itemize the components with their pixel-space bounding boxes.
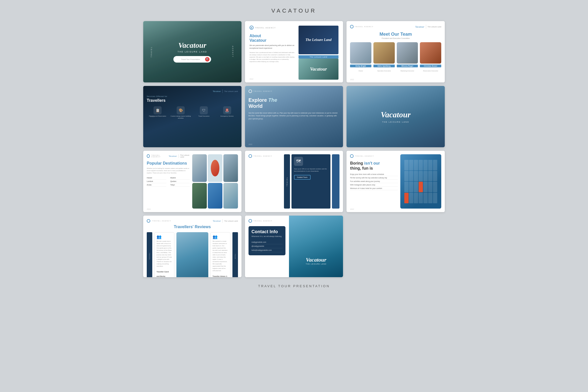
- slide-tours: TRAVEL AGENCY Guided Tours TRAVEL 🗺 Save…: [245, 151, 343, 212]
- cal-cell: [409, 160, 413, 170]
- cal-cell: [423, 193, 428, 203]
- reviews-side-text-left: TRAVEL: [149, 253, 150, 260]
- reviews-row: TRAVEL 👥 We did a week trip to Spain wit…: [147, 232, 238, 277]
- cal-cell: [419, 160, 423, 170]
- contact-email: hello@reallygreatsite.com: [252, 248, 283, 252]
- cal-cell: [409, 171, 413, 181]
- cal-cell: [433, 182, 437, 192]
- hero-tagline: The Leisure Land: [173, 51, 211, 53]
- explore-heading: Explore TheWorld: [249, 97, 340, 109]
- land-label: The Leisure Land: [180, 154, 190, 158]
- logo-icon: ◉: [250, 26, 254, 30]
- search-button[interactable]: 🔍: [205, 57, 210, 62]
- boring-heading: Boring isn't our thing, fun is: [350, 161, 398, 170]
- reviews-center-image: [176, 232, 208, 277]
- agency-label: TRAVEL AGENCY: [254, 220, 272, 222]
- services-row: 📋 Planning and Reservation 🎨 Custom desi…: [147, 106, 238, 119]
- review-card-2: 👥 We wanted to create vacation memories …: [210, 232, 230, 277]
- contact-tagline: The Leisure Land: [306, 263, 327, 265]
- reviews-sidebar-left: TRAVEL: [147, 232, 152, 277]
- team-subtitle: President and Executive Committee: [350, 37, 441, 39]
- slide-team: TRAVEL AGENCY Vacatour The Leisure Land …: [347, 21, 445, 82]
- member-photo-3: [397, 42, 418, 64]
- reviews-side-text-right: TOUR: [234, 254, 236, 259]
- tour-desc: Save up to 15% on our Spanish wonders an…: [294, 168, 328, 172]
- cal-cell-highlight: [404, 193, 409, 203]
- member-role-2: Operation Executive: [377, 70, 391, 72]
- logo-icon: [147, 154, 150, 158]
- contact-social: @reallygreatsite: [252, 244, 283, 248]
- hero2-tagline: The Leisure Land: [381, 121, 411, 123]
- brand-right: Vacatour: [213, 90, 221, 92]
- design-label: Custom design teams building activities: [170, 115, 191, 119]
- team-member-4: Christian Bower Reservation Executive: [420, 42, 441, 72]
- dest-tokyo: Tokyo: [170, 183, 190, 187]
- cal-cell: [419, 193, 423, 203]
- reviews-header: TRAVEL AGENCY Vacatour The Leisure Land: [147, 219, 238, 223]
- logo-icon: [249, 89, 252, 93]
- dest-img-5: [208, 183, 222, 209]
- member-role-1: Owner: [359, 70, 363, 72]
- slide-reviews: TRAVEL AGENCY Vacatour The Leisure Land …: [143, 216, 241, 277]
- dest-left: TRAVEL AGENCY Vacatour The Leisure Land …: [147, 154, 190, 209]
- land-label: The Leisure Land: [428, 26, 441, 28]
- band-label: The Leisure Land: [299, 55, 339, 59]
- cal-cell: [414, 160, 418, 170]
- cal-cell: [428, 160, 432, 170]
- team-heading: Meet Our Team: [350, 32, 441, 37]
- services-content: Vacatour The Leisure Land Services Offer…: [147, 89, 238, 119]
- reviews-sidebar-right: TOUR: [232, 232, 238, 277]
- page-title: VACATOUR: [271, 8, 317, 14]
- boring-left: TRAVEL AGENCY Boring isn't our thing, fu…: [350, 154, 398, 209]
- about-img-top: The Leisure Land: [299, 26, 339, 54]
- cal-cell: [414, 182, 418, 192]
- search-bar[interactable]: Travel Tour Presentation 🔍: [173, 56, 211, 63]
- boring-right: [400, 154, 441, 209]
- member-name-1: Emily Bright: [350, 65, 371, 67]
- reviewer-2: Traveller Aimee J.: [213, 275, 227, 277]
- land-label: The Leisure Land: [224, 220, 238, 222]
- dest-img-3: [223, 154, 238, 182]
- contact-heading: Contact Info: [252, 229, 283, 234]
- blue-accent-block: [332, 154, 339, 209]
- contact-header: TRAVEL AGENCY: [249, 219, 286, 223]
- land-label: The Leisure Land: [224, 90, 238, 92]
- emergency-icon: 🚨: [223, 106, 231, 114]
- dest-madrid: Madrid: [170, 176, 190, 180]
- cal-cell: [404, 160, 409, 170]
- tours-sidebar: TRAVEL: [284, 154, 290, 209]
- calendar-image: [400, 154, 441, 209]
- service-emergency: 🚨 Emergency Service: [216, 106, 238, 119]
- services-heading: Travellers: [147, 98, 238, 103]
- cal-cell: [409, 193, 413, 203]
- logo-icon: [350, 154, 354, 158]
- boring-year: 2022: [350, 208, 354, 210]
- contact-brand-overlay: Vacatour The Leisure Land: [306, 257, 327, 265]
- slides-grid: TRAVEL AGENCY Vacatour The Leisure Land …: [143, 21, 445, 277]
- tour-title: Guided Tours: [249, 161, 282, 165]
- cal-cell: [419, 171, 423, 181]
- dest-lombok: Lombok: [147, 180, 166, 183]
- slide-about: ◉ TRAVEL AGENCY About Vacatour We are pa…: [245, 21, 343, 82]
- cal-cell-highlight: [419, 182, 423, 192]
- contact-left: TRAVEL AGENCY Contact Info Whenever it i…: [245, 216, 289, 277]
- hero2-content: Vacatour The Leisure Land: [381, 110, 411, 123]
- slide-contact: TRAVEL AGENCY Contact Info Whenever it i…: [245, 216, 343, 277]
- sun-circle: [211, 160, 220, 176]
- cal-cell: [404, 171, 409, 181]
- cal-cell: [414, 171, 418, 181]
- side-label-travel: TRAVEL: [151, 46, 152, 58]
- about-img-bottom: Vacatour: [299, 59, 339, 79]
- dest-desc: Whether you're looking for vacation wate…: [147, 167, 190, 174]
- explore-desc: See the world like never before with us,…: [249, 112, 340, 120]
- check-5: Minimum of 4 stars hotel for your comfor…: [350, 187, 398, 190]
- planning-label: Planning and Reservation: [147, 115, 168, 117]
- planning-icon: 📋: [154, 106, 162, 114]
- about-year: 2022: [250, 78, 254, 80]
- contact-block: Contact Info Whenever it is, we will alw…: [249, 226, 286, 255]
- cal-cell: [423, 182, 428, 192]
- about-heading: About Vacatour: [250, 34, 296, 43]
- about-subdesc: Vacatour has a professional team of skil…: [250, 52, 296, 63]
- tour-button[interactable]: Guided Tours: [294, 175, 311, 180]
- cal-cell: [433, 160, 437, 170]
